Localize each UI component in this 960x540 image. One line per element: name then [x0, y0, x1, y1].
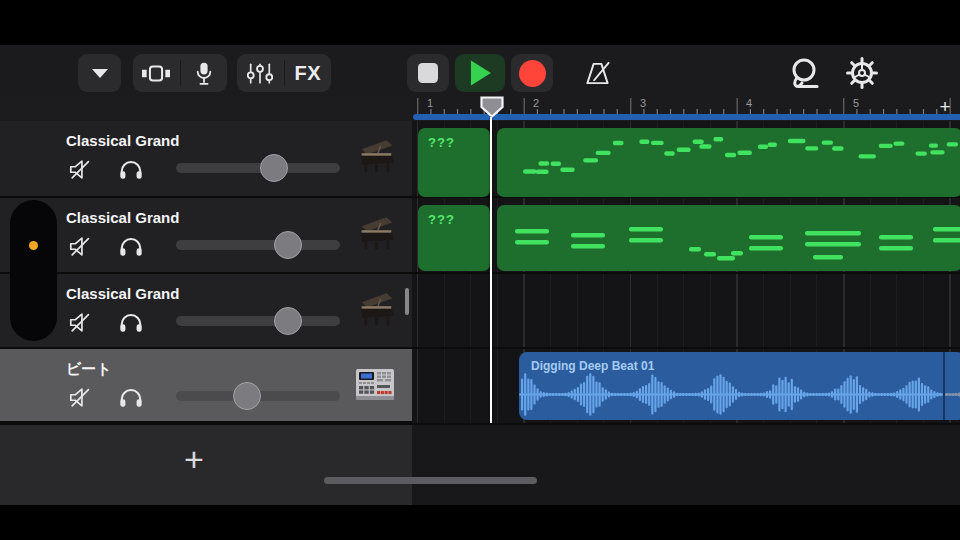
playhead-marker[interactable] — [480, 96, 504, 118]
mute-button[interactable] — [66, 308, 96, 336]
volume-knob[interactable] — [274, 231, 302, 259]
volume-slider[interactable] — [176, 316, 340, 326]
solo-button[interactable] — [116, 383, 146, 411]
track-drag-handle[interactable] — [10, 200, 57, 341]
volume-knob[interactable] — [260, 154, 288, 182]
audio-region-digging-deep-beat[interactable]: Digging Deep Beat 01 — [519, 352, 960, 420]
metronome-button[interactable] — [575, 54, 619, 92]
metronome-icon — [582, 60, 613, 87]
add-track-button[interactable]: + — [176, 441, 212, 477]
midi-region-take[interactable]: ??? — [418, 128, 490, 197]
midi-notes — [497, 205, 960, 271]
track-header-3[interactable]: Classical Grand — [0, 274, 412, 349]
volume-knob[interactable] — [274, 307, 302, 335]
solo-button[interactable] — [116, 232, 146, 260]
headphones-icon — [118, 158, 144, 181]
solo-button[interactable] — [116, 155, 146, 183]
mute-speaker-icon — [68, 158, 94, 181]
timeline-area[interactable]: ??? ??? Digging Deep Beat 01 — [412, 121, 960, 423]
timeline-footer — [412, 423, 960, 505]
region-label: ??? — [428, 212, 455, 227]
audio-waveform — [519, 369, 960, 420]
solo-button[interactable] — [116, 308, 146, 336]
record-input-button[interactable] — [180, 54, 227, 92]
midi-region-chords[interactable] — [497, 205, 960, 271]
volume-slider[interactable] — [176, 240, 340, 250]
gear-icon — [846, 57, 878, 89]
fx-label: FX — [294, 62, 321, 85]
playhead-line — [490, 117, 492, 423]
garageband-tracks-view: FX — [0, 0, 960, 540]
stop-icon — [418, 63, 438, 83]
view-mode-group — [133, 54, 227, 92]
mute-speaker-icon — [68, 386, 94, 409]
loop-browser-button[interactable] — [781, 54, 825, 92]
mute-button[interactable] — [66, 232, 96, 260]
track-name: ビート — [66, 360, 112, 379]
mixer-sliders-icon — [247, 62, 273, 85]
track-name: Classical Grand — [66, 132, 179, 149]
midi-notes — [497, 128, 960, 197]
chevron-down-icon — [91, 68, 109, 79]
ruler-bar-number: 5 — [853, 97, 859, 109]
level-indicator-dot — [29, 241, 38, 250]
track-name: Classical Grand — [66, 209, 179, 226]
volume-slider[interactable] — [176, 163, 340, 173]
loop-browser-icon — [786, 57, 820, 89]
headphones-icon — [118, 235, 144, 258]
ruler-bar-number: 1 — [427, 97, 433, 109]
mute-speaker-icon — [68, 311, 94, 334]
row-separator — [412, 272, 960, 274]
drum-machine-icon[interactable] — [352, 361, 398, 409]
midi-region-take[interactable]: ??? — [418, 205, 490, 271]
tracks-view-icon — [142, 64, 170, 83]
settings-button[interactable] — [840, 54, 884, 92]
toolbar: FX — [0, 45, 960, 97]
horizontal-scrollbar[interactable] — [324, 477, 537, 484]
record-icon — [519, 60, 546, 87]
headphones-icon — [118, 311, 144, 334]
record-button[interactable] — [511, 54, 553, 92]
ruler-bar-number: 3 — [640, 97, 646, 109]
stop-button[interactable] — [407, 54, 449, 92]
midi-region-melody[interactable] — [497, 128, 960, 197]
song-sections-button[interactable] — [78, 54, 121, 92]
ruler-bar-number: 4 — [746, 97, 752, 109]
mute-button[interactable] — [66, 155, 96, 183]
play-icon — [470, 60, 491, 86]
tracks-view-button[interactable] — [133, 54, 180, 92]
track-name: Classical Grand — [66, 285, 179, 302]
grand-piano-icon[interactable] — [352, 286, 398, 334]
microphone-icon — [195, 61, 213, 86]
track-header-1[interactable]: Classical Grand — [0, 121, 412, 198]
mute-speaker-icon — [68, 235, 94, 258]
headphones-icon — [118, 386, 144, 409]
row-separator — [412, 347, 960, 349]
track-header-4[interactable]: ビート — [0, 349, 412, 423]
fx-button[interactable]: FX — [284, 54, 331, 92]
region-label: ??? — [428, 135, 455, 150]
header-ruler-band — [0, 96, 412, 121]
volume-slider[interactable] — [176, 391, 340, 401]
grand-piano-icon[interactable] — [352, 133, 398, 181]
volume-knob[interactable] — [233, 382, 261, 410]
grand-piano-icon[interactable] — [352, 210, 398, 258]
track-header-2[interactable]: Classical Grand — [0, 198, 412, 274]
mixer-fx-group: FX — [237, 54, 331, 92]
mute-button[interactable] — [66, 383, 96, 411]
vertical-scrollbar[interactable] — [405, 288, 409, 315]
ruler-bar-number: 2 — [533, 97, 539, 109]
track-controls-button[interactable] — [237, 54, 284, 92]
play-button[interactable] — [455, 54, 505, 92]
region-loop-joint — [943, 352, 945, 420]
